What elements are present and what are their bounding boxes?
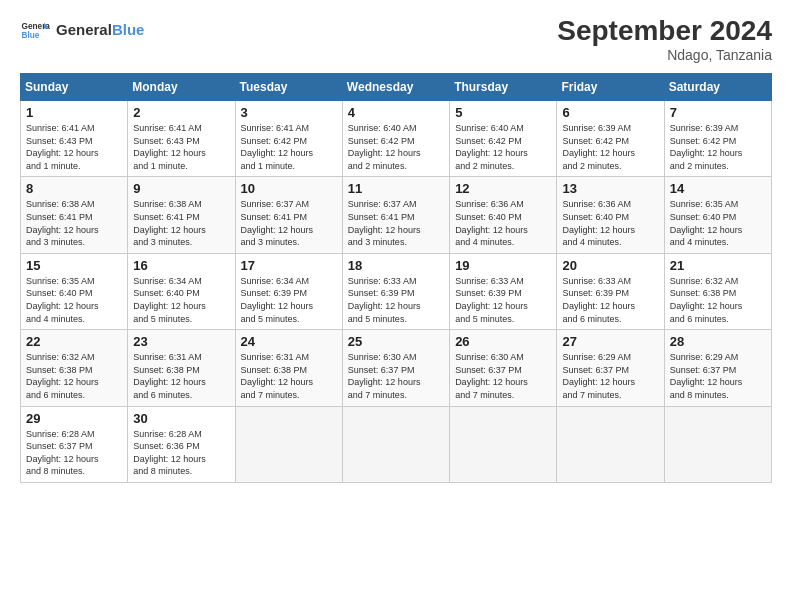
day-number: 7 — [670, 105, 766, 120]
calendar-week-row: 22Sunrise: 6:32 AM Sunset: 6:38 PM Dayli… — [21, 330, 772, 406]
day-info: Sunrise: 6:39 AM Sunset: 6:42 PM Dayligh… — [670, 122, 766, 172]
table-row: 11Sunrise: 6:37 AM Sunset: 6:41 PM Dayli… — [342, 177, 449, 253]
table-row — [450, 406, 557, 482]
day-number: 25 — [348, 334, 444, 349]
day-number: 6 — [562, 105, 658, 120]
day-info: Sunrise: 6:41 AM Sunset: 6:43 PM Dayligh… — [133, 122, 229, 172]
day-number: 28 — [670, 334, 766, 349]
page-container: General Blue GeneralBlue September 2024 … — [0, 0, 792, 493]
day-number: 21 — [670, 258, 766, 273]
table-row: 22Sunrise: 6:32 AM Sunset: 6:38 PM Dayli… — [21, 330, 128, 406]
col-wednesday: Wednesday — [342, 74, 449, 101]
day-info: Sunrise: 6:31 AM Sunset: 6:38 PM Dayligh… — [133, 351, 229, 401]
day-number: 22 — [26, 334, 122, 349]
day-info: Sunrise: 6:37 AM Sunset: 6:41 PM Dayligh… — [348, 198, 444, 248]
table-row: 9Sunrise: 6:38 AM Sunset: 6:41 PM Daylig… — [128, 177, 235, 253]
table-row: 16Sunrise: 6:34 AM Sunset: 6:40 PM Dayli… — [128, 253, 235, 329]
table-row: 18Sunrise: 6:33 AM Sunset: 6:39 PM Dayli… — [342, 253, 449, 329]
day-info: Sunrise: 6:33 AM Sunset: 6:39 PM Dayligh… — [562, 275, 658, 325]
table-row: 29Sunrise: 6:28 AM Sunset: 6:37 PM Dayli… — [21, 406, 128, 482]
day-info: Sunrise: 6:30 AM Sunset: 6:37 PM Dayligh… — [348, 351, 444, 401]
day-number: 5 — [455, 105, 551, 120]
day-number: 19 — [455, 258, 551, 273]
day-info: Sunrise: 6:41 AM Sunset: 6:42 PM Dayligh… — [241, 122, 337, 172]
table-row — [342, 406, 449, 482]
table-row: 8Sunrise: 6:38 AM Sunset: 6:41 PM Daylig… — [21, 177, 128, 253]
day-info: Sunrise: 6:31 AM Sunset: 6:38 PM Dayligh… — [241, 351, 337, 401]
table-row: 6Sunrise: 6:39 AM Sunset: 6:42 PM Daylig… — [557, 101, 664, 177]
calendar-table: Sunday Monday Tuesday Wednesday Thursday… — [20, 73, 772, 483]
logo-blue: Blue — [112, 21, 145, 38]
day-info: Sunrise: 6:29 AM Sunset: 6:37 PM Dayligh… — [562, 351, 658, 401]
table-row: 24Sunrise: 6:31 AM Sunset: 6:38 PM Dayli… — [235, 330, 342, 406]
day-number: 23 — [133, 334, 229, 349]
table-row: 17Sunrise: 6:34 AM Sunset: 6:39 PM Dayli… — [235, 253, 342, 329]
table-row: 3Sunrise: 6:41 AM Sunset: 6:42 PM Daylig… — [235, 101, 342, 177]
day-info: Sunrise: 6:38 AM Sunset: 6:41 PM Dayligh… — [26, 198, 122, 248]
day-number: 14 — [670, 181, 766, 196]
day-number: 24 — [241, 334, 337, 349]
day-info: Sunrise: 6:32 AM Sunset: 6:38 PM Dayligh… — [670, 275, 766, 325]
day-info: Sunrise: 6:30 AM Sunset: 6:37 PM Dayligh… — [455, 351, 551, 401]
col-friday: Friday — [557, 74, 664, 101]
table-row: 4Sunrise: 6:40 AM Sunset: 6:42 PM Daylig… — [342, 101, 449, 177]
table-row: 23Sunrise: 6:31 AM Sunset: 6:38 PM Dayli… — [128, 330, 235, 406]
day-number: 11 — [348, 181, 444, 196]
day-info: Sunrise: 6:29 AM Sunset: 6:37 PM Dayligh… — [670, 351, 766, 401]
day-number: 2 — [133, 105, 229, 120]
day-number: 20 — [562, 258, 658, 273]
header-row: Sunday Monday Tuesday Wednesday Thursday… — [21, 74, 772, 101]
calendar-body: 1Sunrise: 6:41 AM Sunset: 6:43 PM Daylig… — [21, 101, 772, 483]
table-row: 19Sunrise: 6:33 AM Sunset: 6:39 PM Dayli… — [450, 253, 557, 329]
table-row: 7Sunrise: 6:39 AM Sunset: 6:42 PM Daylig… — [664, 101, 771, 177]
day-info: Sunrise: 6:28 AM Sunset: 6:37 PM Dayligh… — [26, 428, 122, 478]
table-row: 25Sunrise: 6:30 AM Sunset: 6:37 PM Dayli… — [342, 330, 449, 406]
table-row — [235, 406, 342, 482]
col-monday: Monday — [128, 74, 235, 101]
svg-text:Blue: Blue — [22, 31, 40, 40]
month-title: September 2024 — [557, 15, 772, 47]
location-title: Ndago, Tanzania — [557, 47, 772, 63]
day-info: Sunrise: 6:35 AM Sunset: 6:40 PM Dayligh… — [670, 198, 766, 248]
day-number: 13 — [562, 181, 658, 196]
day-info: Sunrise: 6:40 AM Sunset: 6:42 PM Dayligh… — [455, 122, 551, 172]
calendar-week-row: 8Sunrise: 6:38 AM Sunset: 6:41 PM Daylig… — [21, 177, 772, 253]
day-info: Sunrise: 6:32 AM Sunset: 6:38 PM Dayligh… — [26, 351, 122, 401]
table-row: 1Sunrise: 6:41 AM Sunset: 6:43 PM Daylig… — [21, 101, 128, 177]
day-number: 12 — [455, 181, 551, 196]
day-info: Sunrise: 6:38 AM Sunset: 6:41 PM Dayligh… — [133, 198, 229, 248]
logo-general: General — [56, 21, 112, 38]
day-info: Sunrise: 6:28 AM Sunset: 6:36 PM Dayligh… — [133, 428, 229, 478]
day-number: 18 — [348, 258, 444, 273]
logo-icon: General Blue — [20, 15, 50, 45]
day-info: Sunrise: 6:34 AM Sunset: 6:40 PM Dayligh… — [133, 275, 229, 325]
day-number: 8 — [26, 181, 122, 196]
table-row: 14Sunrise: 6:35 AM Sunset: 6:40 PM Dayli… — [664, 177, 771, 253]
table-row: 5Sunrise: 6:40 AM Sunset: 6:42 PM Daylig… — [450, 101, 557, 177]
day-info: Sunrise: 6:34 AM Sunset: 6:39 PM Dayligh… — [241, 275, 337, 325]
day-number: 4 — [348, 105, 444, 120]
title-block: September 2024 Ndago, Tanzania — [557, 15, 772, 63]
day-info: Sunrise: 6:37 AM Sunset: 6:41 PM Dayligh… — [241, 198, 337, 248]
day-number: 27 — [562, 334, 658, 349]
col-sunday: Sunday — [21, 74, 128, 101]
table-row: 26Sunrise: 6:30 AM Sunset: 6:37 PM Dayli… — [450, 330, 557, 406]
day-number: 1 — [26, 105, 122, 120]
day-number: 30 — [133, 411, 229, 426]
day-number: 9 — [133, 181, 229, 196]
table-row: 13Sunrise: 6:36 AM Sunset: 6:40 PM Dayli… — [557, 177, 664, 253]
table-row: 30Sunrise: 6:28 AM Sunset: 6:36 PM Dayli… — [128, 406, 235, 482]
day-number: 3 — [241, 105, 337, 120]
day-number: 16 — [133, 258, 229, 273]
table-row: 12Sunrise: 6:36 AM Sunset: 6:40 PM Dayli… — [450, 177, 557, 253]
day-info: Sunrise: 6:33 AM Sunset: 6:39 PM Dayligh… — [455, 275, 551, 325]
col-thursday: Thursday — [450, 74, 557, 101]
table-row: 20Sunrise: 6:33 AM Sunset: 6:39 PM Dayli… — [557, 253, 664, 329]
calendar-header: Sunday Monday Tuesday Wednesday Thursday… — [21, 74, 772, 101]
logo: General Blue GeneralBlue — [20, 15, 144, 45]
day-info: Sunrise: 6:33 AM Sunset: 6:39 PM Dayligh… — [348, 275, 444, 325]
day-info: Sunrise: 6:41 AM Sunset: 6:43 PM Dayligh… — [26, 122, 122, 172]
calendar-week-row: 15Sunrise: 6:35 AM Sunset: 6:40 PM Dayli… — [21, 253, 772, 329]
table-row: 15Sunrise: 6:35 AM Sunset: 6:40 PM Dayli… — [21, 253, 128, 329]
day-info: Sunrise: 6:36 AM Sunset: 6:40 PM Dayligh… — [562, 198, 658, 248]
